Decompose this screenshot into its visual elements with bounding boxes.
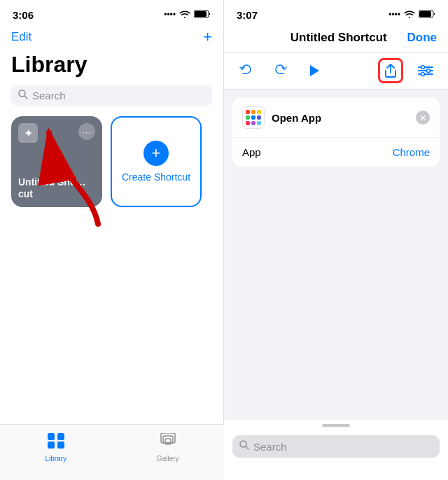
editor-toolbar (224, 52, 448, 90)
action-title: Open App (272, 112, 409, 124)
status-bar-right: 3:07 •••• (224, 0, 448, 27)
search-bar[interactable]: Search (11, 85, 212, 106)
svg-rect-1 (195, 11, 206, 17)
share-button[interactable] (378, 58, 403, 83)
shortcut-card[interactable]: ✦ ··· Untitled Sho…cut (11, 116, 102, 207)
status-time-left: 3:06 (13, 9, 34, 21)
page-title: Library (0, 50, 223, 85)
bottom-search-area: Search (224, 420, 448, 480)
shortcuts-grid: ✦ ··· Untitled Sho…cut + Create Shortcut (0, 116, 223, 207)
done-button[interactable]: Done (407, 31, 437, 45)
svg-line-22 (246, 446, 248, 449)
wifi-icon (179, 8, 190, 21)
status-bar-left: 3:06 •••• (0, 0, 223, 27)
app-icon (242, 106, 265, 129)
create-shortcut-card[interactable]: + Create Shortcut (111, 116, 202, 207)
drag-handle (322, 424, 350, 427)
svg-rect-11 (165, 439, 171, 444)
tab-bar: Library Gallery (0, 424, 224, 480)
status-icons-right: •••• (388, 8, 435, 21)
svg-rect-6 (57, 433, 64, 440)
status-time-right: 3:07 (237, 9, 258, 21)
shortcut-name: Untitled Sho…cut (18, 176, 95, 200)
battery-icon-right (419, 8, 435, 21)
svg-point-19 (427, 69, 430, 73)
add-shortcut-button[interactable]: + (203, 28, 212, 46)
battery-icon (194, 8, 211, 21)
editor-title: Untitled Shortcut (290, 31, 387, 45)
redo-button[interactable] (269, 59, 291, 82)
editor-content-area (224, 167, 448, 420)
right-search-bar[interactable]: Search (232, 435, 440, 458)
action-card: Open App ✕ App Chrome (232, 98, 440, 167)
right-search-placeholder: Search (253, 441, 287, 453)
search-icon (18, 90, 28, 101)
gallery-tab-icon (160, 433, 176, 453)
right-search-icon (239, 440, 249, 453)
wand-icon: ✦ (18, 123, 38, 143)
play-button[interactable] (302, 59, 325, 82)
top-nav-left: Edit + (0, 27, 223, 50)
status-icons-left: •••• (164, 8, 211, 21)
svg-marker-14 (310, 65, 319, 76)
svg-rect-8 (57, 442, 64, 449)
tab-gallery[interactable]: Gallery (157, 433, 179, 463)
right-panel: 3:07 •••• Untitled Shortcut Done (224, 0, 448, 480)
action-row-app-value[interactable]: Chrome (393, 146, 430, 158)
tab-library[interactable]: Library (45, 433, 66, 463)
svg-point-20 (421, 73, 425, 76)
svg-rect-5 (48, 433, 55, 440)
more-options-button[interactable]: ··· (78, 123, 95, 140)
editor-nav: Untitled Shortcut Done (224, 27, 448, 52)
library-tab-label: Library (45, 455, 66, 463)
search-placeholder: Search (32, 90, 66, 101)
action-row-app-label: App (242, 146, 261, 158)
undo-button[interactable] (235, 59, 258, 82)
settings-button[interactable] (414, 59, 437, 82)
svg-rect-10 (163, 436, 173, 443)
svg-rect-7 (48, 442, 55, 449)
create-plus-icon: + (144, 141, 169, 166)
card-top: ✦ ··· (18, 123, 95, 143)
wifi-icon-right (404, 8, 415, 21)
action-card-header: Open App ✕ (232, 98, 440, 138)
svg-point-18 (421, 66, 425, 69)
svg-rect-13 (419, 11, 431, 17)
action-row-app[interactable]: App Chrome (232, 138, 440, 167)
action-close-button[interactable]: ✕ (416, 111, 430, 125)
signal-icon: •••• (164, 10, 176, 20)
svg-line-3 (24, 96, 27, 99)
signal-icon-right: •••• (388, 10, 400, 20)
left-panel: 3:06 •••• Edit + Library Search ✦ ··· (0, 0, 224, 480)
gallery-tab-label: Gallery (157, 455, 179, 463)
create-shortcut-label: Create Shortcut (122, 171, 190, 183)
library-tab-icon (48, 433, 64, 453)
edit-button[interactable]: Edit (11, 30, 31, 44)
